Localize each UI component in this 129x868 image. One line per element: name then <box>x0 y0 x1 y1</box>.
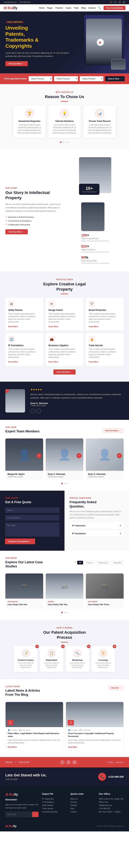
story-cta-button[interactable]: Find Out More → <box>5 229 28 234</box>
tagline-facebook-icon[interactable]: f <box>60 760 65 765</box>
testimonial-prev-button[interactable]: ← <box>30 409 35 413</box>
team-carousel-dots <box>5 483 124 484</box>
blog-card-meta-1: 👤 B. Sharpe 💬 0 Comments <box>8 729 61 731</box>
quote-submit-button[interactable]: Request Consultation → <box>5 538 35 544</box>
quote-form: Request Consultation → <box>5 507 60 544</box>
footer-expert-link-2[interactable]: IP Translations <box>42 801 67 804</box>
practice-select-2[interactable]: Select Practice Business Litigation Bran… <box>54 76 78 81</box>
quote-message-input[interactable] <box>5 522 60 537</box>
case-card-body-3: Copyright Case Study Title Three <box>86 598 124 609</box>
blog-view-all-button[interactable]: View All → <box>108 685 124 690</box>
practice-card-link-4[interactable]: Know More <box>8 361 18 363</box>
team-dot-2[interactable] <box>64 483 65 484</box>
practice-card-4: 🔄 IP Translations Their complete associa… <box>5 333 43 366</box>
footer-quick-link-5[interactable]: Contact <box>70 810 95 813</box>
process-step-num-2: 02 <box>61 645 65 648</box>
process-step-num-1: 01 <box>35 645 39 648</box>
social-youtube-icon[interactable]: ▶ <box>123 1 125 4</box>
blog-cards: 26 Oct 👤 B. Sharpe 💬 0 Comments Patent W… <box>5 702 124 751</box>
team-card-plus-3[interactable]: + <box>117 453 122 458</box>
case-dot-1[interactable] <box>61 612 63 613</box>
reason-card-title-3: Proven Track Record <box>86 120 113 122</box>
process-step-title-4: Licensing <box>94 659 112 661</box>
dot-4[interactable] <box>68 142 69 143</box>
find-specialist-button[interactable]: Search Now → <box>105 76 125 81</box>
two-col-section: FREE QUOTE Get A Free Quote Request Cons… <box>0 491 129 551</box>
footer-quick-link-1[interactable]: About Us <box>70 797 95 801</box>
blog-card-2: 26 Oct 👤 B. Sharpe 💬 0 Comments From Con… <box>66 702 124 751</box>
blog-card-link-2[interactable]: Read More <box>68 746 77 748</box>
phone-icon: 📞 <box>98 773 106 781</box>
hero-title: Unveiling Patents, Trademarks & Copyrigh… <box>5 25 73 49</box>
cta-phone-number[interactable]: +219-489-209 <box>108 775 124 778</box>
team-dot-1[interactable] <box>61 483 63 484</box>
team-view-all-button[interactable]: Find Out More → <box>102 428 124 433</box>
story-stat-1: 180+ Total Completed CaseFinal of advanc… <box>81 233 109 242</box>
footer-expert-link-4[interactable]: Trade Secrets <box>42 807 67 810</box>
process-step-num-4: 04 <box>113 645 116 648</box>
nav-item-cases[interactable]: Cases <box>66 7 71 9</box>
practice-card-link-3[interactable]: Know More <box>89 326 98 328</box>
search-icon[interactable]: 🔍 <box>98 6 101 9</box>
nav-item-blog[interactable]: Blog <box>82 7 86 9</box>
footer-expert-link-3[interactable]: Utility Patents <box>42 804 67 807</box>
nav-item-practice[interactable]: Practice <box>55 7 63 9</box>
practice-card-link-6[interactable]: Know More <box>89 361 98 363</box>
practice-card-title-5: Business Litigation <box>49 344 80 347</box>
navbar-cta-button[interactable]: Free Consultation <box>103 6 125 10</box>
footer-quick-link-3[interactable]: Portfolio <box>70 804 95 807</box>
team-dot-3[interactable] <box>66 483 68 484</box>
footer-expert-link-1[interactable]: IP Trademarks <box>42 797 67 801</box>
tagline-linkedin-icon[interactable]: in <box>66 760 71 765</box>
social-linkedin-icon[interactable]: in <box>118 1 121 4</box>
faq-item-2[interactable]: IP Translations ▼ <box>69 530 124 537</box>
practice-card-link-2[interactable]: Know More <box>49 326 58 328</box>
dot-2[interactable] <box>63 142 64 143</box>
cta-section: Lets Get Stared with Us. Call Us Now! 📞 … <box>0 768 129 786</box>
hero-play-button[interactable]: ▶ <box>97 39 104 46</box>
quote-email-input[interactable] <box>5 515 60 521</box>
blog-card-body-2: 👤 B. Sharpe 💬 0 Comments From Concept to… <box>66 727 124 750</box>
nav-item-home[interactable]: Home <box>39 7 44 9</box>
testimonial-role: Trademarks Lawyer <box>30 405 124 407</box>
practice-select-1[interactable]: Select Practice Utility Patents Trade Se… <box>29 76 52 81</box>
case-card-cat-3: Copyright <box>88 601 122 602</box>
team-card-plus-2[interactable]: + <box>76 453 82 458</box>
practice-card-link-5[interactable]: Know More <box>49 361 58 363</box>
case-tab-all[interactable]: All <box>77 561 83 564</box>
nav-item-pages[interactable]: Pages <box>47 7 53 9</box>
footer-quick-link-2[interactable]: Services <box>70 801 95 804</box>
nav-item-team[interactable]: Team <box>74 7 79 9</box>
practice-select-3[interactable]: Select Practice IP Translations Design P… <box>80 76 103 81</box>
practice-card-title-6: Trade Secrets <box>89 344 121 347</box>
case-tab-finance[interactable]: Finance <box>85 561 95 564</box>
blog-card-link-1[interactable]: Read More <box>8 746 17 748</box>
dot-1[interactable] <box>60 142 61 143</box>
testimonial-next-button[interactable]: → <box>36 409 41 413</box>
team-card-2: + Evan S. Sherman Trademarks Lawyer <box>46 438 84 480</box>
team-card-plus-1[interactable]: + <box>36 453 41 458</box>
process-step-desc-2: Lorem ipsum dolor sit amet consectetur a… <box>42 662 61 669</box>
faq-item-1[interactable]: IP Trademarks ▼ <box>69 522 124 529</box>
hero-cta-button[interactable]: Find Out More → <box>5 61 28 66</box>
case-dot-2[interactable] <box>64 612 65 613</box>
footer-expert-link-5[interactable]: Consulting Services <box>42 810 67 813</box>
case-dot-3[interactable] <box>66 612 68 613</box>
footer-email-input[interactable] <box>5 812 32 817</box>
social-facebook-icon[interactable]: f <box>110 1 112 4</box>
footer-email-submit[interactable]: → <box>32 812 38 817</box>
tagline-fb2-icon[interactable]: fb <box>72 760 77 765</box>
nav-item-contact[interactable]: Contact <box>88 7 96 9</box>
social-twitter-icon[interactable]: t <box>114 1 117 4</box>
navbar-logo[interactable]: ⚖ Rulify <box>4 6 18 10</box>
case-tab-copyrights[interactable]: Copyrights <box>111 561 124 564</box>
story-stat-num-3: 99% <box>81 255 109 259</box>
testimonial-image-area: " <box>5 389 27 412</box>
quote-name-input[interactable] <box>5 507 60 513</box>
practice-cta-button[interactable]: Find Out More → <box>54 369 76 374</box>
practice-card-link-1[interactable]: Know More <box>8 326 18 328</box>
dot-3[interactable] <box>65 142 66 143</box>
footer-quick-link-4[interactable]: Blog <box>70 807 95 810</box>
practice-card-desc-5: Their complete associated patent profess… <box>49 348 80 359</box>
case-tab-trademarks[interactable]: Trademarks <box>96 561 110 564</box>
